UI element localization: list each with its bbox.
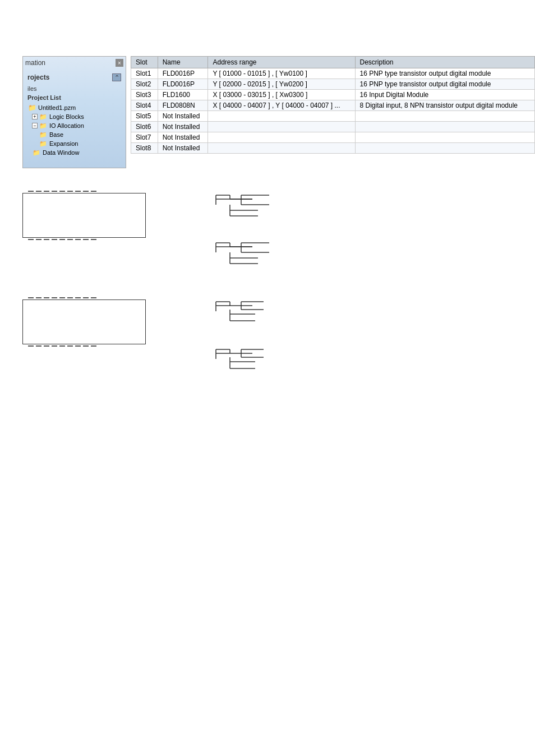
cell-description: 16 PNP type transistor output digital mo… xyxy=(355,79,534,90)
dashed-box-3 xyxy=(22,297,146,347)
diagrams-area-2 xyxy=(22,297,535,387)
sidebar-header: mation × xyxy=(25,59,123,69)
sidebar-close-button[interactable]: × xyxy=(116,59,123,67)
left-diagrams-2 xyxy=(22,297,146,387)
cell-address xyxy=(208,143,355,154)
io-allocation-icon: 📁 xyxy=(39,122,48,130)
col-slot: Slot xyxy=(131,57,158,68)
logic-blocks-label: Logic Blocks xyxy=(49,113,84,120)
ladder-symbol-3 xyxy=(213,297,297,339)
project-name: Untitled1.pzm xyxy=(38,104,76,111)
cell-name: Not Installed xyxy=(158,122,208,132)
left-diagrams xyxy=(22,191,146,280)
cell-address: X [ 03000 - 03015 ] , [ Xw0300 ] xyxy=(208,90,355,100)
cell-address: Y [ 02000 - 02015 ] , [ Yw0200 ] xyxy=(208,79,355,90)
dashed-line-top-1 xyxy=(28,191,146,192)
cell-description xyxy=(355,132,534,143)
diagram-box-1 xyxy=(22,193,146,238)
table-row: Slot4FLD0808NX [ 04000 - 04007 ] , Y [ 0… xyxy=(131,100,535,111)
projects-expand-button[interactable]: ⌃ xyxy=(112,73,121,81)
base-icon: 📁 xyxy=(39,131,48,139)
table-row: Slot2FLD0016PY [ 02000 - 02015 ] , [ Yw0… xyxy=(131,79,535,90)
dashed-line-bottom-3 xyxy=(28,345,146,347)
cell-address xyxy=(208,122,355,132)
cell-name: FLD1600 xyxy=(158,90,208,100)
cell-slot: Slot3 xyxy=(131,90,158,100)
project-list-label: Project List xyxy=(25,94,123,102)
cell-name: FLD0808N xyxy=(158,100,208,111)
cell-description xyxy=(355,143,534,154)
cell-description xyxy=(355,111,534,122)
cell-name: FLD0016P xyxy=(158,79,208,90)
cell-slot: Slot8 xyxy=(131,143,158,154)
cell-slot: Slot6 xyxy=(131,122,158,132)
files-label: iles xyxy=(25,85,123,93)
table-row: Slot1FLD0016PY [ 01000 - 01015 ] , [ Yw0… xyxy=(131,68,535,79)
logic-blocks-icon: 📁 xyxy=(39,113,48,121)
base-label: Base xyxy=(49,131,63,138)
diagram-box-3 xyxy=(22,299,146,344)
expand-icon[interactable]: + xyxy=(32,114,38,119)
expansion-icon: 📁 xyxy=(39,140,48,147)
sidebar-title: mation xyxy=(25,59,45,67)
cell-slot: Slot5 xyxy=(131,111,158,122)
cell-description: 16 Input Digital Module xyxy=(355,90,534,100)
tree-item-project[interactable]: 📁 Untitled1.pzm xyxy=(25,103,123,112)
cell-address: Y [ 01000 - 01015 ] , [ Yw0100 ] xyxy=(208,68,355,79)
dashed-box-1 xyxy=(22,191,146,240)
tree-item-base[interactable]: 📁 Base xyxy=(36,130,123,139)
right-diagrams-2 xyxy=(213,297,297,387)
io-table-area: Slot Name Address range Description Slot… xyxy=(131,56,535,168)
tree-item-logic-blocks[interactable]: + 📁 Logic Blocks xyxy=(30,112,123,121)
sidebar-panel: mation × rojects ⌃ iles Project List 📁 U… xyxy=(22,56,126,168)
cell-slot: Slot2 xyxy=(131,79,158,90)
cell-slot: Slot7 xyxy=(131,132,158,143)
ladder-symbol-1 xyxy=(213,191,297,233)
cell-name: Not Installed xyxy=(158,132,208,143)
cell-address: X [ 04000 - 04007 ] , Y [ 04000 - 04007 … xyxy=(208,100,355,111)
cell-description: 8 Digital input, 8 NPN transistor output… xyxy=(355,100,534,111)
projects-header: rojects ⌃ xyxy=(25,72,123,82)
tree-item-expansion[interactable]: 📁 Expansion xyxy=(36,139,123,148)
io-expand-icon[interactable]: − xyxy=(32,123,38,128)
dashed-line-bottom-1 xyxy=(28,239,146,240)
col-name: Name xyxy=(158,57,208,68)
dashed-line-top-3 xyxy=(28,297,146,298)
table-row: Slot3FLD1600X [ 03000 - 03015 ] , [ Xw03… xyxy=(131,90,535,100)
cell-slot: Slot4 xyxy=(131,100,158,111)
tree-item-io-allocation[interactable]: − 📁 IO Allocation xyxy=(30,121,123,130)
ladder-symbol-4 xyxy=(213,345,297,387)
projects-label: rojects xyxy=(27,73,49,81)
right-diagrams-1 xyxy=(213,191,297,280)
table-row: Slot8Not Installed xyxy=(131,143,535,154)
cell-description: 16 PNP type transistor output digital mo… xyxy=(355,68,534,79)
data-window-icon: 📁 xyxy=(32,149,41,156)
cell-description xyxy=(355,122,534,132)
col-address: Address range xyxy=(208,57,355,68)
cell-address xyxy=(208,132,355,143)
cell-name: Not Installed xyxy=(158,143,208,154)
io-table: Slot Name Address range Description Slot… xyxy=(131,56,535,154)
cell-slot: Slot1 xyxy=(131,68,158,79)
cell-name: Not Installed xyxy=(158,111,208,122)
folder-icon: 📁 xyxy=(27,104,36,112)
cell-address xyxy=(208,111,355,122)
table-row: Slot7Not Installed xyxy=(131,132,535,143)
io-allocation-label: IO Allocation xyxy=(49,122,84,129)
table-row: Slot5Not Installed xyxy=(131,111,535,122)
tree-item-data-window[interactable]: 📁 Data Window xyxy=(30,148,123,157)
cell-name: FLD0016P xyxy=(158,68,208,79)
ladder-symbol-2 xyxy=(213,238,297,280)
expansion-label: Expansion xyxy=(49,140,78,147)
diagrams-area-1 xyxy=(22,191,535,280)
table-row: Slot6Not Installed xyxy=(131,122,535,132)
col-description: Description xyxy=(355,57,534,68)
data-window-label: Data Window xyxy=(43,149,79,156)
